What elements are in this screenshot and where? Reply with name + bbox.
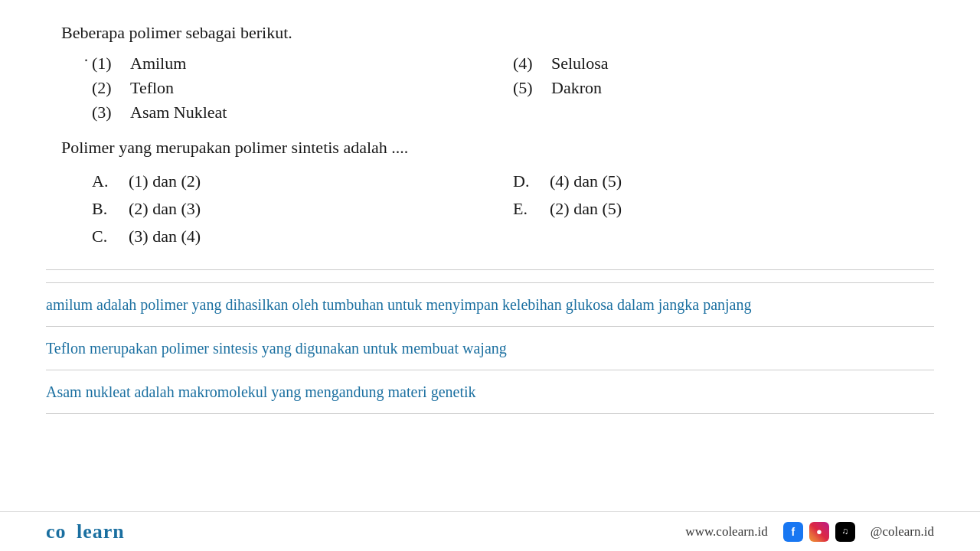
polymer-item-2: (2) Teflon [92,78,513,98]
option-d-value: (4) dan (5) [550,171,622,191]
logo-co: co [46,520,67,543]
tiktok-icon: ♫ [835,522,855,542]
polymer-name-2: Teflon [130,78,174,98]
social-icons: f ● ♫ [783,522,855,542]
explanation-section: amilum adalah polimer yang dihasilkan ol… [46,282,934,414]
option-a-value: (1) dan (2) [129,171,201,191]
option-e[interactable]: E. (2) dan (5) [513,199,934,219]
polymer-name-3: Asam Nukleat [130,103,227,122]
explanation-item-3: Asam nukleat adalah makromolekul yang me… [46,370,934,414]
polymer-list: (1) Amilum (4) Selulosa (2) Teflon (5) D… [92,54,934,122]
facebook-icon: f [783,522,803,542]
explanation-text-2: Teflon merupakan polimer sintesis yang d… [46,340,507,357]
footer: co learn www.colearn.id f ● ♫ @colearn.i… [0,511,980,551]
polymer-name-5: Dakron [551,78,602,98]
dot-marker: . [84,47,88,65]
option-c-letter: C. [92,227,115,246]
option-b-value: (2) dan (3) [129,199,201,219]
option-c[interactable]: C. (3) dan (4) [92,227,513,246]
footer-url: www.colearn.id [685,524,767,540]
polymer-item-5: (5) Dakron [513,78,934,98]
option-a[interactable]: A. (1) dan (2) [92,171,513,191]
option-d-letter: D. [513,171,536,191]
explanation-item-1: amilum adalah polimer yang dihasilkan ol… [46,282,934,327]
instagram-icon: ● [809,522,829,542]
polymer-item-3: (3) Asam Nukleat [92,103,513,122]
polymer-item-4: (4) Selulosa [513,54,934,73]
option-e-value: (2) dan (5) [550,199,622,219]
option-a-letter: A. [92,171,115,191]
polymer-number-3: (3) [92,103,115,122]
question-text: Polimer yang merupakan polimer sintetis … [61,138,934,158]
option-d[interactable]: D. (4) dan (5) [513,171,934,191]
option-e-letter: E. [513,199,536,219]
explanation-text-3: Asam nukleat adalah makromolekul yang me… [46,383,476,400]
explanation-text-1: amilum adalah polimer yang dihasilkan ol… [46,296,751,313]
social-handle: @colearn.id [871,524,934,540]
polymer-number-1: (1) [92,54,115,73]
polymer-number-2: (2) [92,78,115,98]
question-intro: Beberapa polimer sebagai berikut. [61,23,934,43]
explanation-item-2: Teflon merupakan polimer sintesis yang d… [46,327,934,370]
top-divider [46,269,934,270]
option-c-value: (3) dan (4) [129,227,201,246]
option-b[interactable]: B. (2) dan (3) [92,199,513,219]
option-b-letter: B. [92,199,115,219]
polymer-name-1: Amilum [130,54,186,73]
polymer-number-5: (5) [513,78,536,98]
polymer-item-1: (1) Amilum [92,54,513,73]
footer-logo: co learn [46,520,125,543]
footer-right: www.colearn.id f ● ♫ @colearn.id [685,522,934,542]
logo-learn: learn [77,520,125,543]
polymer-name-4: Selulosa [551,54,609,73]
polymer-number-4: (4) [513,54,536,73]
answer-options: A. (1) dan (2) D. (4) dan (5) B. (2) dan… [92,171,934,246]
